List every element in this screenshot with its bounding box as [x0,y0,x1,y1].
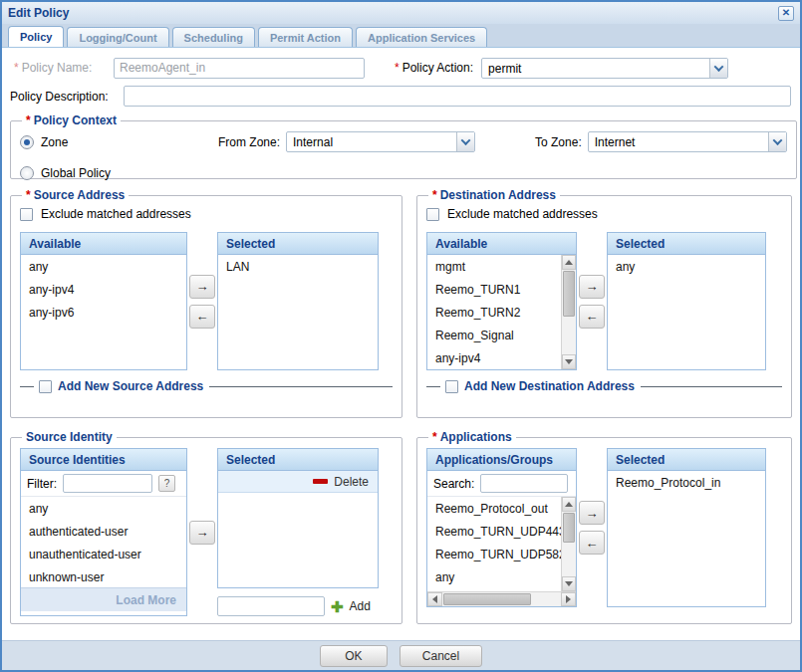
source-available-panel: Available anyany-ipv4any-ipv6 [20,232,187,370]
source-address-legend: *Source Address [22,188,129,202]
source-selected-header: Selected [218,233,378,255]
add-new-destination-address-row: Add New Destination Address [426,379,782,393]
zone-radio[interactable] [20,135,34,149]
cancel-button[interactable]: Cancel [400,645,482,667]
tab-scheduling[interactable]: Scheduling [172,27,255,47]
help-icon[interactable]: ? [158,475,175,492]
global-policy-radio[interactable] [20,166,34,180]
chevron-down-icon[interactable] [768,132,786,151]
list-item[interactable]: unknown-user [21,565,186,587]
add-new-source-address-checkbox[interactable] [39,380,52,393]
list-item[interactable]: any [608,255,765,278]
list-item[interactable]: Reemo_TURN_UDP58200 [427,543,561,565]
add-new-destination-address-checkbox[interactable] [445,380,458,393]
required-asterisk: * [432,430,437,444]
chevron-down-icon[interactable] [709,59,727,78]
move-right-icon[interactable]: → [579,501,605,525]
chevron-down-icon[interactable] [456,132,474,151]
to-zone-select[interactable]: Internet [588,131,787,152]
global-policy-radio-label: Global Policy [41,166,111,180]
tab-permit-action[interactable]: Permit Action [258,27,353,47]
to-zone-value: Internet [589,132,768,151]
filter-row: Filter: ? [21,471,186,497]
move-right-icon[interactable]: → [189,521,215,545]
load-more-button[interactable]: Load More [21,587,186,611]
destination-available-scrollbar[interactable] [561,255,576,369]
dialog-title: Edit Policy [8,6,69,20]
destination-available-list: mgmtReemo_TURN1Reemo_TURN2Reemo_Signalan… [427,255,561,369]
add-new-destination-address-label: Add New Destination Address [464,379,635,393]
close-icon[interactable]: ✕ [778,6,794,21]
destination-address-fieldset: *Destination Address Exclude matched add… [416,188,792,418]
source-available-list: anyany-ipv4any-ipv6 [21,255,186,369]
list-item[interactable]: Reemo_Protocol_in [608,471,765,494]
applications-selected-header: Selected [608,449,765,471]
list-item[interactable]: any-ipv4 [21,278,186,301]
tab-logging-count[interactable]: Logging/Count [67,27,168,47]
list-item[interactable]: unauthenticated-user [21,543,186,565]
list-item[interactable]: any [427,565,561,588]
exclude-matched-dst-label: Exclude matched addresses [447,207,598,221]
scroll-right-icon[interactable] [561,592,576,606]
list-item[interactable]: Reemo_TURN1 [427,278,561,301]
search-input[interactable] [480,474,568,493]
scroll-up-icon[interactable] [562,497,576,512]
list-item[interactable]: any-ipv4 [427,346,561,369]
move-left-icon[interactable]: ← [189,305,215,329]
required-asterisk: * [26,188,31,202]
required-asterisk: * [432,188,437,202]
from-zone-value: Internal [287,132,456,151]
list-item[interactable]: any-ipv6 [21,301,186,324]
to-zone-label: To Zone: [535,135,582,149]
list-item[interactable]: any [21,497,186,520]
identity-move-arrows: → [187,448,217,616]
list-item[interactable]: any [21,255,186,278]
delete-label: Delete [334,475,369,489]
applications-hscrollbar[interactable] [427,591,576,606]
destination-selected-list: any [608,255,765,369]
add-identity-input[interactable] [217,596,325,616]
add-new-source-address-label: Add New Source Address [58,379,203,393]
tab-strip: Policy Logging/Count Scheduling Permit A… [2,24,800,48]
list-item[interactable]: Reemo_TURN_UDP443 [427,520,561,543]
list-item[interactable]: mgmt [427,255,561,278]
policy-description-input[interactable] [124,86,791,107]
applications-vscrollbar[interactable] [561,497,576,591]
from-zone-label: From Zone: [218,135,280,149]
scroll-up-icon[interactable] [562,255,576,270]
list-item[interactable]: LAN [218,255,378,278]
applications-selected-panel: Selected Reemo_Protocol_in [607,448,766,607]
scroll-down-icon[interactable] [562,354,576,369]
list-item[interactable]: Reemo_Protocol_out [427,497,561,520]
exclude-matched-dst-checkbox[interactable] [426,208,439,221]
identity-selected-list [218,493,378,587]
tab-policy[interactable]: Policy [8,26,64,47]
ok-button[interactable]: OK [320,645,388,667]
move-left-icon[interactable]: ← [579,531,605,555]
tab-application-services[interactable]: Application Services [356,27,487,47]
footer-bar: OK Cancel [2,640,800,670]
add-new-source-address-row: Add New Source Address [20,379,393,393]
list-item[interactable]: Reemo_Signal [427,324,561,346]
policy-action-select[interactable]: permit [481,58,728,79]
list-item[interactable]: authenticated-user [21,520,186,543]
zone-radio-label: Zone [41,135,218,149]
search-row: Search: [427,471,576,497]
scroll-down-icon[interactable] [562,576,576,591]
list-item[interactable]: junos-aol [427,588,561,591]
move-left-icon[interactable]: ← [579,305,605,329]
from-zone-select[interactable]: Internal [286,131,475,152]
filter-input[interactable] [63,474,152,493]
delete-row[interactable]: Delete [218,471,378,493]
exclude-matched-src-checkbox[interactable] [20,208,33,221]
policy-context-fieldset: *Policy Context Zone From Zone: Internal… [10,113,797,179]
policy-description-label: Policy Description: [10,90,124,104]
scroll-left-icon[interactable] [427,592,442,606]
applications-legend: *Applications [428,430,516,444]
policy-name-input[interactable] [114,58,365,79]
add-plus-icon[interactable]: ✚ [331,599,344,614]
list-item[interactable]: Reemo_TURN2 [427,301,561,324]
destination-available-panel: Available mgmtReemo_TURN1Reemo_TURN2Reem… [426,232,577,370]
move-right-icon[interactable]: → [579,275,605,299]
move-right-icon[interactable]: → [189,275,215,299]
